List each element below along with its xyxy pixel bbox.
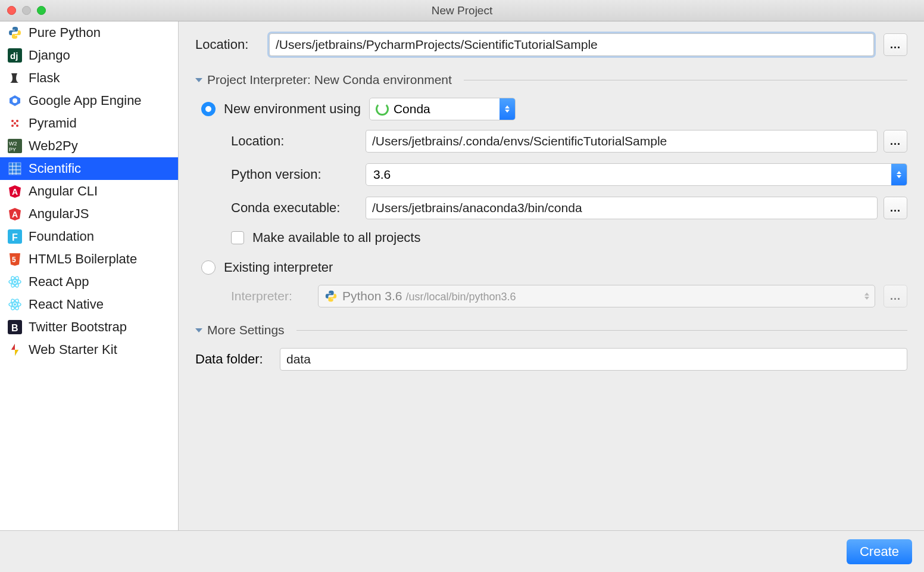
data-folder-label: Data folder: [195,352,271,367]
sidebar-item-label: HTML5 Boilerplate [29,251,137,267]
conda-exec-input[interactable] [366,197,878,219]
dropdown-arrow-icon [500,98,515,120]
interpreter-value: Python 3.6 /usr/local/bin/python3.6 [342,289,854,303]
django-icon: dj [7,48,23,63]
sidebar-item-label: React App [29,274,89,290]
interpreter-browse-button: ... [884,285,907,307]
svg-text:5: 5 [12,256,16,264]
react-native-icon [7,297,23,312]
flask-icon [7,70,23,86]
location-label: Location: [195,37,260,52]
interpreter-row: Interpreter: Python 3.6 /usr/local/bin/p… [231,285,907,307]
react-icon [7,274,23,290]
env-type-dropdown[interactable]: Conda [369,98,516,120]
sidebar-item-label: Flask [29,70,60,86]
foundation-icon: F [7,229,23,244]
env-location-browse-button[interactable]: ... [884,130,907,153]
svg-text:PY: PY [9,147,16,153]
sidebar-item-angularjs[interactable]: A AngularJS [0,203,178,225]
sidebar-item-html5[interactable]: 5 HTML5 Boilerplate [0,248,178,271]
svg-point-8 [14,122,16,125]
new-env-label: New environment using [224,101,361,117]
window: New Project Pure Python dj Django Flask … [0,0,924,572]
svg-text:A: A [12,210,18,219]
svg-text:B: B [11,323,18,333]
svg-text:F: F [12,232,18,243]
interpreter-label: Interpreter: [231,289,310,303]
conda-exec-row: Conda executable: ... [231,197,907,219]
sidebar-item-scientific[interactable]: Scientific [0,157,178,180]
sidebar-item-label: Angular CLI [29,184,98,199]
disclosure-triangle-icon [195,328,202,332]
sidebar-item-label: Web Starter Kit [29,342,117,358]
sidebar-item-web2py[interactable]: W2PY Web2Py [0,135,178,157]
sidebar-item-label: React Native [29,297,104,312]
env-location-label: Location: [231,133,366,149]
maximize-window-button[interactable] [37,6,46,15]
python-version-value: 3.6 [372,167,891,182]
more-settings-header[interactable]: More Settings [195,323,907,337]
env-location-input[interactable] [366,130,878,153]
sidebar-item-django[interactable]: dj Django [0,44,178,67]
main-panel: Location: ... Project Interpreter: New C… [179,21,924,530]
svg-text:dj: dj [10,51,18,61]
svg-rect-12 [9,163,21,175]
data-folder-row: Data folder: [195,348,907,371]
sidebar-item-label: AngularJS [29,206,89,222]
env-type-value: Conda [394,102,495,116]
svg-text:W2: W2 [9,141,17,147]
bootstrap-icon: B [7,319,23,335]
interpreter-path: /usr/local/bin/python3.6 [405,291,516,303]
interpreter-section-header[interactable]: Project Interpreter: New Conda environme… [195,73,907,87]
conda-exec-browse-button[interactable]: ... [884,197,907,219]
sidebar-item-foundation[interactable]: F Foundation [0,225,178,248]
data-folder-input[interactable] [280,348,907,371]
make-available-checkbox[interactable] [231,231,244,244]
sidebar-item-label: Scientific [29,161,81,176]
window-title: New Project [7,4,917,17]
location-browse-button[interactable]: ... [884,33,907,56]
sidebar-item-webstarter[interactable]: Web Starter Kit [0,338,178,361]
location-input[interactable] [269,33,874,56]
minimize-window-button[interactable] [22,6,31,15]
svg-point-6 [11,125,14,127]
sidebar-item-pure-python[interactable]: Pure Python [0,21,178,44]
angularjs-icon: A [7,206,23,222]
svg-point-26 [14,281,16,283]
existing-label: Existing interpreter [224,260,333,275]
dropdown-arrow-icon [859,285,875,307]
disclosure-triangle-icon [195,78,202,82]
sidebar-item-react-app[interactable]: React App [0,271,178,293]
sidebar-item-flask[interactable]: Flask [0,67,178,89]
sidebar-item-label: Google App Engine [29,93,142,108]
scientific-icon [7,161,23,176]
conda-exec-label: Conda executable: [231,200,366,216]
traffic-lights [7,6,46,15]
webstarter-icon [7,342,23,358]
footer: Create [0,530,924,572]
sidebar-item-pyramid[interactable]: Pyramid [0,112,178,135]
gae-icon [7,93,23,108]
python-version-row: Python version: 3.6 [231,163,907,186]
location-row: Location: ... [195,33,907,56]
python-version-dropdown[interactable]: 3.6 [366,163,907,186]
web2py-icon: W2PY [7,138,23,154]
new-env-radio[interactable] [201,102,216,116]
sidebar-item-gae[interactable]: Google App Engine [0,89,178,112]
more-settings-label: More Settings [207,323,285,337]
make-available-label: Make available to all projects [252,230,420,245]
interpreter-name: Python 3.6 [342,289,402,303]
interpreter-section-label: Project Interpreter: New Conda environme… [207,73,452,87]
existing-radio-row: Existing interpreter [201,260,907,275]
existing-radio[interactable] [201,260,216,275]
titlebar: New Project [0,0,924,21]
create-button[interactable]: Create [847,539,912,564]
sidebar-item-angular-cli[interactable]: A Angular CLI [0,180,178,203]
sidebar-item-bootstrap[interactable]: B Twitter Bootstrap [0,316,178,338]
dropdown-arrow-icon [891,164,907,185]
make-available-row: Make available to all projects [231,230,907,245]
sidebar-item-react-native[interactable]: React Native [0,293,178,316]
python-icon [7,25,23,41]
env-location-row: Location: ... [231,130,907,153]
close-window-button[interactable] [7,6,16,15]
